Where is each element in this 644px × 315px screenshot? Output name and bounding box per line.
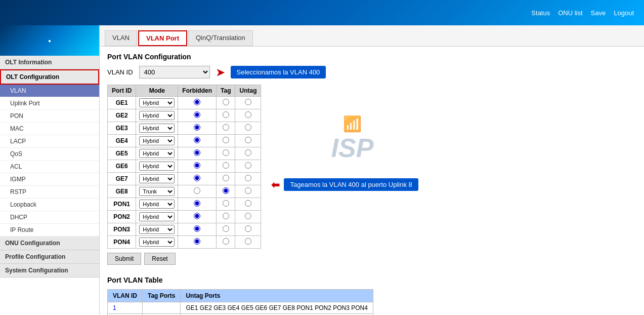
forbidden-radio[interactable]: [194, 213, 200, 219]
tag-cell[interactable]: [217, 160, 235, 173]
tag-cell[interactable]: [217, 109, 235, 122]
tag-radio[interactable]: [223, 187, 229, 194]
tag-cell[interactable]: [217, 135, 235, 147]
mode-cell[interactable]: HybridTrunkAccess: [136, 236, 178, 249]
mode-select[interactable]: HybridTrunkAccess: [139, 212, 175, 221]
forbidden-cell[interactable]: [178, 135, 217, 147]
sidebar-profile-config[interactable]: Profile Configuration: [0, 250, 99, 264]
mode-cell[interactable]: HybridTrunkAccess: [136, 135, 178, 147]
tag-radio[interactable]: [223, 213, 229, 219]
forbidden-radio[interactable]: [194, 124, 200, 131]
sidebar-item-rstp[interactable]: RSTP: [0, 186, 99, 199]
tag-cell[interactable]: [217, 122, 235, 135]
untag-radio[interactable]: [245, 162, 251, 169]
forbidden-cell[interactable]: [178, 160, 217, 173]
save-link[interactable]: Save: [591, 9, 606, 17]
tag-cell[interactable]: [217, 173, 235, 185]
mode-select[interactable]: HybridTrunkAccess: [139, 174, 175, 183]
tag-cell[interactable]: [217, 198, 235, 211]
untag-radio[interactable]: [245, 200, 251, 207]
forbidden-cell[interactable]: [178, 109, 217, 122]
untag-cell[interactable]: [235, 135, 261, 147]
tag-cell[interactable]: [217, 211, 235, 223]
forbidden-cell[interactable]: [178, 147, 217, 160]
untag-radio[interactable]: [245, 137, 251, 143]
onu-list-link[interactable]: ONU list: [558, 9, 582, 17]
untag-radio[interactable]: [245, 187, 251, 194]
forbidden-radio[interactable]: [194, 187, 200, 194]
untag-cell[interactable]: [235, 109, 261, 122]
untag-cell[interactable]: [235, 97, 261, 109]
sidebar-item-mac[interactable]: MAC: [0, 123, 99, 135]
mode-select[interactable]: HybridTrunkAccess: [139, 111, 175, 120]
tab-vlan-port[interactable]: VLAN Port: [138, 30, 187, 46]
mode-select[interactable]: HybridTrunkAccess: [139, 124, 175, 133]
untag-radio[interactable]: [245, 99, 251, 105]
mode-cell[interactable]: HybridTrunkAccess: [136, 160, 178, 173]
forbidden-radio[interactable]: [194, 99, 200, 105]
tag-radio[interactable]: [223, 137, 229, 143]
sidebar-item-dhcp[interactable]: DHCP: [0, 211, 99, 224]
mode-cell[interactable]: HybridTrunkAccess: [136, 109, 178, 122]
forbidden-cell[interactable]: [178, 122, 217, 135]
untag-cell[interactable]: [235, 122, 261, 135]
untag-cell[interactable]: [235, 198, 261, 211]
forbidden-cell[interactable]: [178, 185, 217, 198]
forbidden-radio[interactable]: [194, 149, 200, 156]
sidebar-item-acl[interactable]: ACL: [0, 161, 99, 173]
tab-vlan[interactable]: VLAN: [105, 30, 137, 46]
untag-cell[interactable]: [235, 185, 261, 198]
sidebar-item-vlan[interactable]: VLAN: [0, 85, 99, 97]
sidebar-olt-info[interactable]: OLT Information: [0, 56, 99, 69]
untag-radio[interactable]: [245, 111, 251, 118]
submit-button[interactable]: Submit: [107, 253, 141, 265]
mode-select[interactable]: HybridTrunkAccess: [139, 98, 175, 107]
forbidden-radio[interactable]: [194, 111, 200, 118]
forbidden-radio[interactable]: [194, 238, 200, 245]
tag-cell[interactable]: [217, 236, 235, 249]
tag-radio[interactable]: [223, 175, 229, 181]
tag-radio[interactable]: [223, 111, 229, 118]
tag-radio[interactable]: [223, 238, 229, 245]
tag-radio[interactable]: [223, 225, 229, 232]
untag-cell[interactable]: [235, 173, 261, 185]
mode-select[interactable]: HybridTrunkAccess: [139, 187, 175, 196]
tag-cell[interactable]: [217, 97, 235, 109]
forbidden-cell[interactable]: [178, 211, 217, 223]
forbidden-radio[interactable]: [194, 200, 200, 207]
tag-cell[interactable]: [217, 223, 235, 236]
mode-cell[interactable]: HybridTrunkAccess: [136, 97, 178, 109]
untag-radio[interactable]: [245, 149, 251, 156]
untag-cell[interactable]: [235, 223, 261, 236]
mode-cell[interactable]: HybridTrunkAccess: [136, 122, 178, 135]
tag-radio[interactable]: [223, 200, 229, 207]
tag-radio[interactable]: [223, 124, 229, 131]
untag-cell[interactable]: [235, 160, 261, 173]
reset-button[interactable]: Reset: [144, 253, 175, 265]
mode-cell[interactable]: HybridTrunkAccess: [136, 211, 178, 223]
untag-cell[interactable]: [235, 211, 261, 223]
forbidden-cell[interactable]: [178, 223, 217, 236]
forbidden-cell[interactable]: [178, 198, 217, 211]
untag-radio[interactable]: [245, 175, 251, 181]
logout-link[interactable]: Logout: [614, 9, 634, 17]
untag-radio[interactable]: [245, 238, 251, 245]
untag-cell[interactable]: [235, 147, 261, 160]
sidebar-onu-config[interactable]: ONU Configuration: [0, 237, 99, 250]
untag-radio[interactable]: [245, 124, 251, 131]
sidebar-item-ip-route[interactable]: IP Route: [0, 224, 99, 237]
sidebar-item-uplink-port[interactable]: Uplink Port: [0, 97, 99, 110]
mode-cell[interactable]: HybridTrunkAccess: [136, 185, 178, 198]
mode-cell[interactable]: HybridTrunkAccess: [136, 173, 178, 185]
forbidden-cell[interactable]: [178, 173, 217, 185]
tag-radio[interactable]: [223, 99, 229, 105]
sidebar-item-qos[interactable]: QoS: [0, 148, 99, 161]
status-link[interactable]: Status: [531, 9, 550, 17]
tag-radio[interactable]: [223, 149, 229, 156]
forbidden-radio[interactable]: [194, 175, 200, 181]
sidebar-item-igmp[interactable]: IGMP: [0, 173, 99, 186]
mode-select[interactable]: HybridTrunkAccess: [139, 238, 175, 247]
sidebar-item-pon[interactable]: PON: [0, 110, 99, 123]
forbidden-cell[interactable]: [178, 236, 217, 249]
forbidden-radio[interactable]: [194, 162, 200, 169]
